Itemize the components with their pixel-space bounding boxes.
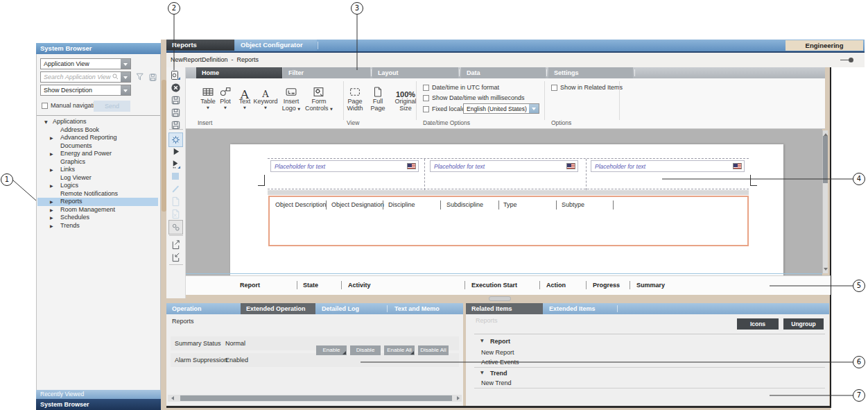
chevron-down-icon[interactable]: ▼ xyxy=(480,370,484,375)
fixed-locale-checkbox[interactable] xyxy=(423,106,429,112)
manual-navigation-checkbox[interactable] xyxy=(42,103,48,109)
column-separator[interactable] xyxy=(297,281,297,289)
scroll-down-arrow[interactable] xyxy=(824,268,828,273)
utc-checkbox[interactable] xyxy=(423,85,429,91)
system-browser-header[interactable]: System Browser xyxy=(36,43,161,54)
exec-col-action[interactable]: Action xyxy=(546,282,566,289)
tree-item-schedules[interactable]: ▶Schedules xyxy=(37,214,158,222)
exec-col-summary[interactable]: Summary xyxy=(636,282,665,289)
send-button[interactable]: Send xyxy=(94,101,130,112)
export-excel-icon[interactable] xyxy=(169,207,182,220)
form-controls-button[interactable]: FormControls ▼ xyxy=(302,80,336,112)
tree-item-logics[interactable]: ▶Logics xyxy=(37,182,158,190)
chevron-down-icon[interactable]: ▼ xyxy=(480,338,484,343)
run-icon[interactable] xyxy=(169,145,182,157)
column-separator[interactable] xyxy=(613,200,614,210)
icons-button[interactable]: Icons xyxy=(737,318,779,330)
ribbon-tab-layout[interactable]: Layout xyxy=(372,67,458,78)
table-header-subdiscipline[interactable]: Subdiscipline xyxy=(446,201,483,208)
view-selector-dropdown[interactable]: Application View xyxy=(40,58,131,69)
text-placeholder-3[interactable]: Placeholder for text xyxy=(591,160,745,172)
exec-col-activity[interactable]: Activity xyxy=(348,282,371,289)
column-separator[interactable] xyxy=(539,281,540,289)
tree-item-reports-selected[interactable]: ▶Reports xyxy=(37,198,158,206)
table-header-subtype[interactable]: Subtype xyxy=(562,201,584,208)
ribbon-tab-filter[interactable]: Filter xyxy=(283,67,370,78)
exec-col-report[interactable]: Report xyxy=(240,282,260,289)
scroll-left-arrow[interactable] xyxy=(169,396,174,400)
exec-col-state[interactable]: State xyxy=(303,282,318,289)
save-icon[interactable] xyxy=(169,94,182,106)
column-separator[interactable] xyxy=(341,281,342,289)
table-header-object-designation[interactable]: Object Designation xyxy=(331,201,384,208)
tab-text-and-memo[interactable]: Text and Memo xyxy=(389,303,461,314)
column-separator[interactable] xyxy=(440,200,441,210)
stop-icon[interactable] xyxy=(169,170,182,182)
scrollbar-thumb[interactable] xyxy=(823,136,828,183)
recently-viewed-bar[interactable]: Recently Viewed xyxy=(36,390,161,399)
report-header-band[interactable]: Placeholder for text Placeholder for tex… xyxy=(268,158,749,189)
ribbon-tab-home[interactable]: Home xyxy=(196,67,282,78)
column-separator[interactable] xyxy=(586,281,587,289)
table-header-type[interactable]: Type xyxy=(503,201,517,208)
tree-item-graphics[interactable]: Graphics xyxy=(37,158,158,166)
tab-related-items[interactable]: Related Items xyxy=(466,303,543,314)
tree-item-energy-and-power[interactable]: ▶Energy and Power xyxy=(37,150,158,158)
column-separator[interactable] xyxy=(630,281,630,289)
tab-extended-items[interactable]: Extended Items xyxy=(544,303,616,314)
column-separator[interactable] xyxy=(383,200,383,210)
form-mode-icon[interactable] xyxy=(168,220,183,234)
chevron-down-icon[interactable] xyxy=(121,59,130,69)
search-input[interactable]: Search Application View xyxy=(40,71,131,83)
report-definition-icon[interactable] xyxy=(169,69,182,82)
horizontal-scrollbar[interactable] xyxy=(168,395,462,402)
description-selector-dropdown[interactable]: Show Description xyxy=(40,85,131,96)
scroll-right-arrow[interactable] xyxy=(457,396,462,400)
splitter-grip[interactable] xyxy=(489,296,511,301)
tree-item-room-management[interactable]: ▶Room Management xyxy=(37,206,158,214)
system-browser-footer-bar[interactable]: System Browser xyxy=(36,399,161,410)
tree-item-log-viewer[interactable]: Log Viewer xyxy=(37,174,158,182)
cancel-icon[interactable] xyxy=(169,81,182,94)
disable-button[interactable]: Disable xyxy=(350,345,381,355)
chevron-down-icon[interactable] xyxy=(121,72,130,82)
tree-item-documents[interactable]: Documents xyxy=(37,142,158,151)
tab-reports[interactable]: Reports xyxy=(166,40,234,51)
column-separator[interactable] xyxy=(465,281,465,289)
export-pdf-icon[interactable] xyxy=(169,195,182,207)
text-placeholder-2[interactable]: Placeholder for text xyxy=(430,160,578,172)
column-separator[interactable] xyxy=(498,200,499,210)
exec-col-execution-start[interactable]: Execution Start xyxy=(471,282,517,289)
locale-dropdown[interactable]: English (United States) xyxy=(463,103,539,114)
tab-object-configurator[interactable]: Object Configurator xyxy=(235,40,317,51)
chevron-down-icon[interactable] xyxy=(529,104,539,113)
us-flag-icon[interactable] xyxy=(407,163,416,169)
save-as-icon[interactable] xyxy=(169,106,182,119)
table-header-discipline[interactable]: Discipline xyxy=(388,201,415,208)
ungroup-button[interactable]: Ungroup xyxy=(783,318,824,330)
ribbon-tab-settings[interactable]: Settings xyxy=(548,67,633,78)
canvas-vertical-scrollbar[interactable] xyxy=(822,130,828,273)
panel-splitter-scrollbar-thumb[interactable] xyxy=(162,80,166,212)
filter-icon[interactable] xyxy=(135,72,145,82)
breadcrumb-secondary[interactable]: Reports xyxy=(237,56,259,63)
tab-extended-operation[interactable]: Extended Operation xyxy=(241,303,315,314)
tree-item-advanced-reporting[interactable]: ▶Advanced Reporting xyxy=(37,134,158,142)
tab-operation[interactable]: Operation xyxy=(166,303,240,314)
tree-item-address-book[interactable]: Address Book xyxy=(37,126,158,135)
column-separator[interactable] xyxy=(556,200,557,210)
text-placeholder-1[interactable]: Placeholder for text xyxy=(270,160,419,172)
show-related-checkbox[interactable] xyxy=(551,85,557,91)
page-width-button[interactable]: PageWidth xyxy=(341,80,369,112)
exec-col-progress[interactable]: Progress xyxy=(593,282,620,289)
tree-item-trends[interactable]: ▶Trends xyxy=(37,222,158,230)
pin-icon[interactable] xyxy=(849,58,853,62)
tree-item-links[interactable]: ▶Links xyxy=(37,166,158,174)
tree-item-applications[interactable]: ▼Applications xyxy=(37,118,158,126)
us-flag-icon[interactable] xyxy=(566,163,575,169)
enable-button[interactable]: Enable xyxy=(316,345,347,355)
ribbon-tab-data[interactable]: Data xyxy=(461,67,546,78)
enable-all-button[interactable]: Enable All xyxy=(384,345,415,355)
run-with-options-icon[interactable] xyxy=(169,157,182,170)
full-page-button[interactable]: FullPage xyxy=(365,80,390,112)
